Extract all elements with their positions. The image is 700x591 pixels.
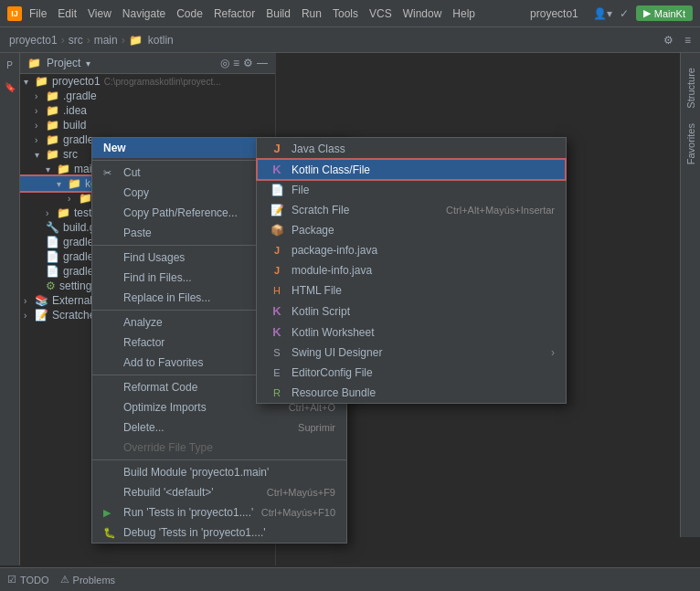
submenu-java-class[interactable]: J Java Class	[257, 138, 566, 159]
expand-icon[interactable]: ≡	[684, 34, 691, 47]
submenu-scratch-file[interactable]: 📝 Scratch File Ctrl+Alt+Mayús+Insertar	[257, 200, 566, 220]
breadcrumb-kotlin[interactable]: kotlin	[148, 34, 174, 47]
scratch-file-icon: 📝	[268, 204, 286, 216]
tree-item-gradle[interactable]: › 📁 .gradle	[20, 89, 275, 103]
submenu-file[interactable]: 📄 File	[257, 180, 566, 200]
menu-bar: File Edit View Navigate Code Refactor Bu…	[29, 7, 475, 20]
context-delete[interactable]: Delete... Suprimir	[92, 417, 346, 438]
editorconfig-icon: E	[268, 367, 286, 378]
panel-header-icons: ◎ ≡ ⚙ —	[220, 57, 268, 69]
bookmarks-icon[interactable]: 🔖	[2, 79, 18, 95]
menu-edit[interactable]: Edit	[58, 7, 77, 20]
breadcrumb-folder-icon: 📁	[129, 34, 143, 47]
breadcrumb-bar: proyecto1 › src › main › 📁 kotlin ⚙ ≡	[0, 27, 700, 53]
breadcrumb-proyecto1[interactable]: proyecto1	[9, 34, 58, 47]
tree-item-idea[interactable]: › 📁 .idea	[20, 103, 275, 118]
menu-tools[interactable]: Tools	[333, 7, 358, 20]
project-tab[interactable]: P	[2, 57, 18, 73]
problems-icon: ⚠	[60, 574, 69, 586]
context-debug-tests[interactable]: 🐛 Debug 'Tests in 'proyecto1....'	[92, 522, 346, 543]
menu-code[interactable]: Code	[176, 7, 203, 20]
breadcrumb-main[interactable]: main	[94, 34, 118, 47]
settings-gear-icon[interactable]: ⚙	[243, 57, 253, 69]
html-icon: H	[268, 285, 286, 296]
submenu-kotlin-class[interactable]: K Kotlin Class/File	[257, 159, 566, 180]
menu-navigate[interactable]: Navigate	[122, 7, 165, 20]
menu-refactor[interactable]: Refactor	[214, 7, 255, 20]
kotlin-worksheet-icon: K	[268, 325, 286, 339]
package-icon: 📦	[268, 224, 286, 237]
account-icon[interactable]: 👤▾	[593, 7, 612, 20]
breadcrumb-right-icons: ⚙ ≡	[662, 34, 693, 47]
context-rebuild[interactable]: Rebuild '<default>' Ctrl+Mayús+F9	[92, 482, 346, 502]
menu-vcs[interactable]: VCS	[369, 7, 392, 20]
package-info-icon: J	[268, 245, 286, 256]
run-icon: ▶	[643, 7, 651, 19]
menu-build[interactable]: Build	[266, 7, 291, 20]
project-panel-icon: 📁	[27, 57, 41, 69]
java-class-icon: J	[268, 142, 286, 155]
resource-bundle-icon: R	[268, 387, 286, 398]
menu-view[interactable]: View	[88, 7, 111, 20]
settings-icon[interactable]: ⚙	[663, 34, 673, 47]
cut-icon: ✂	[103, 167, 118, 179]
file-icon: 📄	[268, 184, 286, 196]
menu-run[interactable]: Run	[302, 7, 322, 20]
submenu-kotlin-worksheet[interactable]: K Kotlin Worksheet	[257, 322, 566, 343]
main-layout: P 🔖 📁 Project ▾ ◎ ≡ ⚙ — ▾ 📁 proyecto1 C:…	[0, 53, 700, 565]
submenu-resource-bundle[interactable]: R Resource Bundle	[257, 383, 566, 403]
menu-separator-5	[92, 459, 346, 460]
submenu: J Java Class K Kotlin Class/File 📄 File …	[256, 137, 567, 404]
collapse-icon[interactable]: ≡	[233, 57, 239, 69]
submenu-html[interactable]: H HTML File	[257, 280, 566, 301]
tree-item-root[interactable]: ▾ 📁 proyecto1 C:\programaskotlin\proyect…	[20, 74, 275, 89]
favorites-label[interactable]: Favorites	[685, 116, 696, 172]
project-panel-header: 📁 Project ▾ ◎ ≡ ⚙ —	[20, 53, 275, 74]
project-title: proyecto1	[530, 7, 578, 20]
submenu-module-info[interactable]: J module-info.java	[257, 260, 566, 280]
todo-icon: ☑	[7, 574, 16, 586]
swing-icon: S	[268, 347, 286, 358]
context-build-module[interactable]: Build Module 'proyecto1.main'	[92, 462, 346, 482]
submenu-kotlin-script[interactable]: K Kotlin Script	[257, 301, 566, 322]
toolbar-icons: 👤▾ ✓ ▶ MainKt	[593, 5, 693, 21]
kotlin-script-icon: K	[268, 304, 286, 318]
module-info-icon: J	[268, 265, 286, 276]
submenu-package-info[interactable]: J package-info.java	[257, 240, 566, 260]
tree-item-build[interactable]: › 📁 build	[20, 118, 275, 132]
todo-tab[interactable]: ☑ TODO	[7, 574, 49, 586]
close-panel-icon[interactable]: —	[257, 57, 268, 69]
app-logo: IJ	[7, 6, 22, 21]
scope-icon[interactable]: ◎	[220, 57, 229, 69]
submenu-editorconfig[interactable]: E EditorConfig File	[257, 363, 566, 383]
submenu-package[interactable]: 📦 Package	[257, 220, 566, 240]
structure-label[interactable]: Structure	[685, 60, 696, 116]
submenu-swing[interactable]: S Swing UI Designer ›	[257, 343, 566, 363]
problems-tab[interactable]: ⚠ Problems	[60, 574, 115, 586]
kotlin-class-icon: K	[268, 163, 286, 176]
context-override-type: Override File Type	[92, 438, 346, 458]
run-button[interactable]: ▶ MainKt	[636, 5, 693, 21]
context-run-tests[interactable]: ▶ Run 'Tests in 'proyecto1....' Ctrl+May…	[92, 502, 346, 522]
breadcrumb-src[interactable]: src	[69, 34, 83, 47]
vcs-icon[interactable]: ✓	[620, 7, 629, 20]
menu-file[interactable]: File	[29, 7, 47, 20]
title-bar: IJ File Edit View Navigate Code Refactor…	[0, 0, 700, 27]
menu-help[interactable]: Help	[452, 7, 475, 20]
bottom-bar: ☑ TODO ⚠ Problems	[0, 567, 700, 591]
menu-window[interactable]: Window	[403, 7, 442, 20]
panel-dropdown-icon[interactable]: ▾	[86, 58, 90, 69]
project-panel-title: Project	[47, 57, 80, 69]
right-panel-strip: Structure Favorites	[680, 53, 700, 537]
left-strip: P 🔖	[0, 53, 20, 565]
